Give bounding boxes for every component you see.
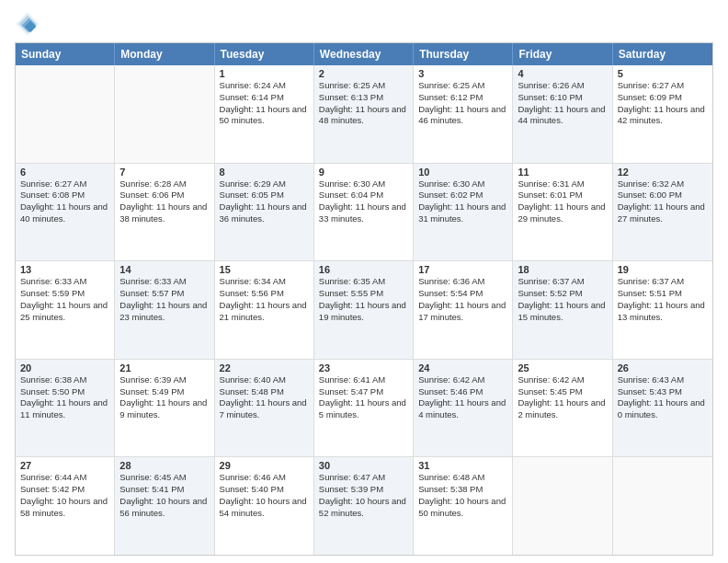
- daylight-text: Daylight: 11 hours and 7 minutes.: [220, 397, 309, 421]
- day-number: 11: [518, 167, 607, 178]
- sunset-text: Sunset: 5:43 PM: [618, 386, 708, 398]
- sunset-text: Sunset: 5:47 PM: [319, 386, 408, 398]
- sunset-text: Sunset: 5:41 PM: [119, 484, 209, 496]
- day-of-week-saturday: Saturday: [613, 43, 712, 65]
- calendar-day-28: 28Sunrise: 6:45 AMSunset: 5:41 PMDayligh…: [115, 457, 214, 555]
- calendar-day-12: 12Sunrise: 6:32 AMSunset: 6:00 PMDayligh…: [613, 164, 712, 261]
- day-number: 9: [319, 167, 408, 178]
- calendar-day-23: 23Sunrise: 6:41 AMSunset: 5:47 PMDayligh…: [314, 360, 414, 457]
- sunset-text: Sunset: 6:04 PM: [319, 190, 408, 201]
- sunset-text: Sunset: 6:05 PM: [220, 190, 309, 201]
- calendar-row-2: 6Sunrise: 6:27 AMSunset: 6:08 PMDaylight…: [16, 163, 712, 261]
- day-number: 31: [418, 460, 507, 471]
- daylight-text: Daylight: 11 hours and 15 minutes.: [518, 300, 607, 324]
- day-number: 4: [518, 68, 607, 79]
- sunset-text: Sunset: 5:57 PM: [119, 288, 209, 300]
- day-number: 6: [20, 167, 109, 178]
- calendar-day-21: 21Sunrise: 6:39 AMSunset: 5:49 PMDayligh…: [115, 360, 214, 457]
- day-number: 23: [319, 362, 408, 373]
- sunrise-text: Sunrise: 6:42 AM: [418, 374, 507, 386]
- sunrise-text: Sunrise: 6:43 AM: [618, 374, 708, 386]
- calendar-day-18: 18Sunrise: 6:37 AMSunset: 5:52 PMDayligh…: [513, 261, 612, 359]
- daylight-text: Daylight: 11 hours and 17 minutes.: [418, 300, 507, 324]
- sunset-text: Sunset: 5:48 PM: [220, 386, 309, 398]
- sunset-text: Sunset: 6:06 PM: [119, 190, 209, 201]
- day-number: 21: [119, 362, 209, 373]
- daylight-text: Daylight: 11 hours and 38 minutes.: [119, 201, 209, 225]
- day-number: 5: [618, 68, 708, 79]
- daylight-text: Daylight: 11 hours and 36 minutes.: [220, 201, 309, 225]
- day-number: 28: [119, 460, 209, 471]
- daylight-text: Daylight: 11 hours and 48 minutes.: [319, 104, 408, 128]
- calendar-day-20: 20Sunrise: 6:38 AMSunset: 5:50 PMDayligh…: [16, 360, 115, 457]
- calendar-day-13: 13Sunrise: 6:33 AMSunset: 5:59 PMDayligh…: [16, 261, 115, 359]
- sunset-text: Sunset: 6:01 PM: [518, 190, 607, 201]
- calendar-day-24: 24Sunrise: 6:42 AMSunset: 5:46 PMDayligh…: [414, 360, 513, 457]
- day-of-week-tuesday: Tuesday: [215, 43, 314, 65]
- day-of-week-wednesday: Wednesday: [314, 43, 414, 65]
- daylight-text: Daylight: 11 hours and 23 minutes.: [119, 300, 209, 324]
- sunrise-text: Sunrise: 6:34 AM: [220, 276, 309, 288]
- daylight-text: Daylight: 11 hours and 2 minutes.: [518, 397, 607, 421]
- logo: [15, 11, 44, 37]
- sunset-text: Sunset: 5:42 PM: [20, 484, 109, 496]
- sunset-text: Sunset: 5:49 PM: [119, 386, 209, 398]
- sunrise-text: Sunrise: 6:26 AM: [518, 80, 607, 92]
- daylight-text: Daylight: 11 hours and 21 minutes.: [220, 300, 309, 324]
- sunrise-text: Sunrise: 6:37 AM: [518, 276, 607, 288]
- day-of-week-friday: Friday: [513, 43, 612, 65]
- sunrise-text: Sunrise: 6:27 AM: [618, 80, 708, 92]
- daylight-text: Daylight: 11 hours and 29 minutes.: [518, 201, 607, 225]
- sunrise-text: Sunrise: 6:47 AM: [319, 472, 408, 484]
- day-number: 18: [518, 264, 607, 275]
- sunrise-text: Sunrise: 6:33 AM: [20, 276, 109, 288]
- daylight-text: Daylight: 11 hours and 42 minutes.: [618, 104, 708, 128]
- calendar-day-3: 3Sunrise: 6:25 AMSunset: 6:12 PMDaylight…: [414, 65, 513, 163]
- calendar-day-11: 11Sunrise: 6:31 AMSunset: 6:01 PMDayligh…: [513, 164, 612, 261]
- calendar-day-22: 22Sunrise: 6:40 AMSunset: 5:48 PMDayligh…: [215, 360, 314, 457]
- sunset-text: Sunset: 5:51 PM: [618, 288, 708, 300]
- sunrise-text: Sunrise: 6:35 AM: [319, 276, 408, 288]
- day-number: 27: [20, 460, 109, 471]
- sunset-text: Sunset: 6:09 PM: [618, 92, 708, 104]
- day-number: 29: [220, 460, 309, 471]
- sunrise-text: Sunrise: 6:40 AM: [220, 374, 309, 386]
- day-number: 22: [220, 362, 309, 373]
- sunset-text: Sunset: 5:46 PM: [418, 386, 507, 398]
- calendar-day-15: 15Sunrise: 6:34 AMSunset: 5:56 PMDayligh…: [215, 261, 314, 359]
- calendar-header: SundayMondayTuesdayWednesdayThursdayFrid…: [16, 43, 712, 65]
- sunrise-text: Sunrise: 6:33 AM: [119, 276, 209, 288]
- daylight-text: Daylight: 11 hours and 31 minutes.: [418, 201, 507, 225]
- sunrise-text: Sunrise: 6:25 AM: [319, 80, 408, 92]
- day-number: 1: [220, 68, 309, 79]
- day-number: 17: [418, 264, 507, 275]
- calendar-day-14: 14Sunrise: 6:33 AMSunset: 5:57 PMDayligh…: [115, 261, 214, 359]
- calendar-day-17: 17Sunrise: 6:36 AMSunset: 5:54 PMDayligh…: [414, 261, 513, 359]
- daylight-text: Daylight: 11 hours and 46 minutes.: [418, 104, 507, 128]
- daylight-text: Daylight: 11 hours and 25 minutes.: [20, 300, 109, 324]
- daylight-text: Daylight: 11 hours and 50 minutes.: [220, 104, 309, 128]
- calendar-day-19: 19Sunrise: 6:37 AMSunset: 5:51 PMDayligh…: [613, 261, 712, 359]
- calendar-day-30: 30Sunrise: 6:47 AMSunset: 5:39 PMDayligh…: [314, 457, 414, 555]
- daylight-text: Daylight: 11 hours and 13 minutes.: [618, 300, 708, 324]
- daylight-text: Daylight: 10 hours and 52 minutes.: [319, 496, 408, 520]
- calendar-row-3: 13Sunrise: 6:33 AMSunset: 5:59 PMDayligh…: [16, 260, 712, 359]
- day-number: 12: [618, 167, 708, 178]
- calendar-day-29: 29Sunrise: 6:46 AMSunset: 5:40 PMDayligh…: [215, 457, 314, 555]
- day-of-week-monday: Monday: [115, 43, 214, 65]
- calendar-day-9: 9Sunrise: 6:30 AMSunset: 6:04 PMDaylight…: [314, 164, 414, 261]
- sunrise-text: Sunrise: 6:37 AM: [618, 276, 708, 288]
- sunrise-text: Sunrise: 6:42 AM: [518, 374, 607, 386]
- calendar-row-5: 27Sunrise: 6:44 AMSunset: 5:42 PMDayligh…: [16, 456, 712, 555]
- calendar-day-25: 25Sunrise: 6:42 AMSunset: 5:45 PMDayligh…: [513, 360, 612, 457]
- calendar-day-2: 2Sunrise: 6:25 AMSunset: 6:13 PMDaylight…: [314, 65, 414, 163]
- calendar: SundayMondayTuesdayWednesdayThursdayFrid…: [15, 42, 713, 556]
- logo-icon: [15, 11, 40, 37]
- calendar-day-5: 5Sunrise: 6:27 AMSunset: 6:09 PMDaylight…: [613, 65, 712, 163]
- day-number: 25: [518, 362, 607, 373]
- daylight-text: Daylight: 11 hours and 40 minutes.: [20, 201, 109, 225]
- day-number: 14: [119, 264, 209, 275]
- sunrise-text: Sunrise: 6:31 AM: [518, 178, 607, 190]
- day-number: 20: [20, 362, 109, 373]
- sunrise-text: Sunrise: 6:46 AM: [220, 472, 309, 484]
